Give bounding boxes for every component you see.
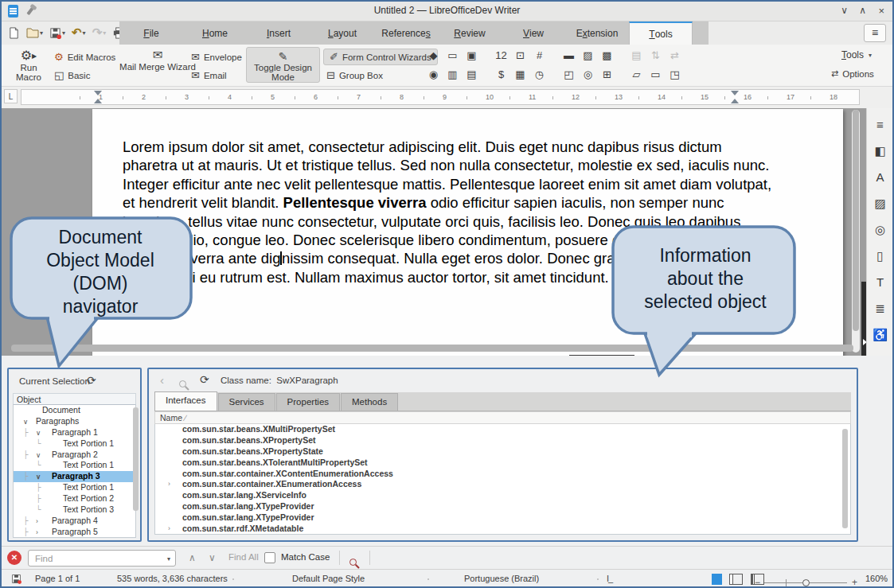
interface-row[interactable]: com.sun.star.beans.XPropertySet <box>155 435 850 446</box>
gallery-deck-icon[interactable]: ▨ <box>867 193 893 214</box>
page-style[interactable]: Default Page Style <box>292 574 365 583</box>
interface-row[interactable]: com.sun.star.lang.XTypeProvider <box>155 512 850 524</box>
tree-item-text-portion-1[interactable]: ├Text Portion 1 <box>14 482 135 493</box>
interface-row[interactable]: com.sun.star.beans.XMultiPropertySet <box>155 424 850 435</box>
combo-box-icon[interactable]: ▤ <box>465 68 478 80</box>
tree-item-paragraph-3[interactable]: ├∨Paragraph 3 <box>14 471 135 482</box>
tree-item-text-portion-3[interactable]: └Text Portion 3 <box>14 504 135 516</box>
edit-macros-button[interactable]: ⚙Edit Macros <box>54 51 115 63</box>
frame-icon[interactable]: ▣ <box>465 49 478 61</box>
open-file-icon[interactable]: ▾ <box>25 24 45 41</box>
expand-icon[interactable]: › <box>168 524 170 532</box>
tab-view[interactable]: View <box>502 21 565 45</box>
document-line[interactable]: et hendrerit velit blandit. Pellentesque… <box>123 194 724 212</box>
tools-menu-button[interactable]: Tools▾ <box>841 49 872 60</box>
inspector-tab-methods[interactable]: Methods <box>341 393 398 411</box>
search-icon[interactable] <box>179 376 186 391</box>
tab-stop-selector[interactable]: L <box>4 89 18 103</box>
basic-button[interactable]: ◱Basic <box>54 69 90 81</box>
find-and-replace-icon[interactable] <box>349 555 357 569</box>
document-line[interactable]: Lorem ipsum dolor sit amet, consectetur … <box>123 138 722 156</box>
sidebar-settings-icon[interactable]: ≡ <box>867 115 893 135</box>
tab-extension[interactable]: Extension <box>565 21 629 45</box>
expand-icon[interactable]: › <box>168 480 170 488</box>
interface-row[interactable]: ›com.sun.star.container.XEnumerationAcce… <box>155 479 850 490</box>
envelope-button[interactable]: ✉Envelope <box>191 51 242 63</box>
object-column-header[interactable]: Object <box>13 393 136 405</box>
image-control-icon[interactable]: ▨ <box>581 49 595 61</box>
add-field-icon[interactable]: ▭ <box>649 68 662 80</box>
redo-icon[interactable]: ↷▾ <box>91 24 108 41</box>
close-button[interactable]: × <box>878 5 884 17</box>
group-box-button[interactable]: ⊟Group Box <box>326 69 383 81</box>
style-inspector-deck-icon[interactable]: T <box>867 272 893 293</box>
vertical-scrollbar-thumb[interactable] <box>853 110 859 331</box>
zoom-in-button[interactable]: + <box>852 577 857 588</box>
close-find-bar-button[interactable]: ✕ <box>7 551 21 565</box>
form-control-wizards-button[interactable]: ✐Form Control Wizards <box>323 49 438 65</box>
tab-tools[interactable]: Tools <box>629 21 693 45</box>
inspector-refresh-icon[interactable]: ⟳ <box>200 373 209 386</box>
date-field-icon[interactable]: ▦ <box>513 68 527 80</box>
file-selection-icon[interactable]: ◰ <box>562 68 576 80</box>
interface-row[interactable]: com.sun.star.lang.XServiceInfo <box>155 490 850 501</box>
tab-home[interactable]: Home <box>183 21 247 45</box>
mail-merge-wizard-button[interactable]: ✉ Mail Merge Wizard <box>119 48 196 72</box>
inspector-tab-interfaces[interactable]: Interfaces <box>154 391 217 411</box>
zoom-out-button[interactable]: − <box>755 577 760 588</box>
tree-item-paragraph-4[interactable]: ├›Paragraph 4 <box>14 516 135 527</box>
inspector-tab-properties[interactable]: Properties <box>276 393 340 411</box>
find-all-button[interactable]: Find All <box>228 552 259 562</box>
properties-deck-icon[interactable]: ◧ <box>867 141 893 162</box>
numeric-field-icon[interactable]: 12 <box>494 49 508 61</box>
left-indent-marker[interactable] <box>94 99 102 103</box>
new-document-icon[interactable] <box>6 24 21 41</box>
page-count[interactable]: Page 1 of 1 <box>35 574 80 583</box>
horizontal-ruler[interactable]: 123456789101112131415161718 <box>21 89 860 105</box>
tree-item-paragraphs[interactable]: ∨Paragraphs <box>14 416 135 427</box>
back-icon[interactable]: ‹ <box>160 373 164 387</box>
first-line-indent-marker[interactable] <box>94 91 102 95</box>
zoom-slider-handle[interactable] <box>802 579 810 586</box>
tab-insert[interactable]: Insert <box>247 21 310 45</box>
vertical-scrollbar[interactable] <box>852 110 860 352</box>
interface-row[interactable]: com.sun.star.beans.XTolerantMultiPropert… <box>155 458 850 469</box>
options-button[interactable]: ⇄Options <box>831 68 874 79</box>
option-button-icon[interactable]: ◉ <box>427 68 440 80</box>
tree-item-document[interactable]: Document <box>14 405 135 416</box>
maximize-button[interactable]: ∧ <box>859 5 866 16</box>
right-indent-marker-top[interactable] <box>731 91 739 95</box>
tree-item-paragraph-1[interactable]: ├∨Paragraph 1 <box>14 427 135 438</box>
inspector-tab-services[interactable]: Services <box>218 393 275 411</box>
find-input[interactable] <box>33 551 161 565</box>
time-field-icon[interactable]: ◷ <box>533 68 546 80</box>
tree-item-paragraph-2[interactable]: ├∨Paragraph 2 <box>14 450 135 461</box>
insert-mode-icon[interactable]: I_ <box>607 574 612 583</box>
styles-deck-icon[interactable]: A <box>867 167 893 188</box>
tree-item-text-portion-2[interactable]: ├Text Portion 2 <box>14 493 135 504</box>
tree-item-paragraph-5[interactable]: ├›Paragraph 5 <box>14 527 135 538</box>
list-box-icon[interactable]: ▥ <box>446 68 459 80</box>
find-combobox[interactable]: ▾ <box>28 550 176 567</box>
interfaces-scrollbar-thumb[interactable] <box>842 429 848 528</box>
minimize-button[interactable]: ∨ <box>841 5 848 16</box>
email-button[interactable]: ✉Email <box>191 69 227 81</box>
form-design-icon[interactable]: ◳ <box>668 68 681 80</box>
find-next-button[interactable]: ∨ <box>209 552 216 563</box>
spin-button-icon[interactable]: ◎ <box>581 68 595 80</box>
save-status-icon[interactable] <box>11 573 21 587</box>
navigator-deck-icon[interactable]: ◎ <box>867 220 893 240</box>
page-deck-icon[interactable]: ▯ <box>867 246 893 267</box>
name-column-header[interactable]: Name ∕ <box>154 411 851 424</box>
grid-control-icon[interactable]: ⊞ <box>600 68 614 80</box>
tree-scrollbar-thumb[interactable] <box>133 407 139 511</box>
save-icon[interactable]: ▾ <box>48 24 67 41</box>
refresh-icon[interactable]: ⟳ <box>87 374 96 387</box>
text-language[interactable]: Portuguese (Brazil) <box>464 574 539 583</box>
tab-review[interactable]: Review <box>438 21 502 45</box>
single-page-view-icon[interactable] <box>712 574 722 585</box>
manage-changes-deck-icon[interactable]: ≣ <box>867 298 893 319</box>
document-line[interactable]: pharetra ut at mauris. Ut et tristique t… <box>123 157 769 174</box>
undo-icon[interactable]: ↶▾ <box>70 24 88 41</box>
interface-row[interactable]: ›com.sun.star.rdf.XMetadatable <box>155 524 850 535</box>
